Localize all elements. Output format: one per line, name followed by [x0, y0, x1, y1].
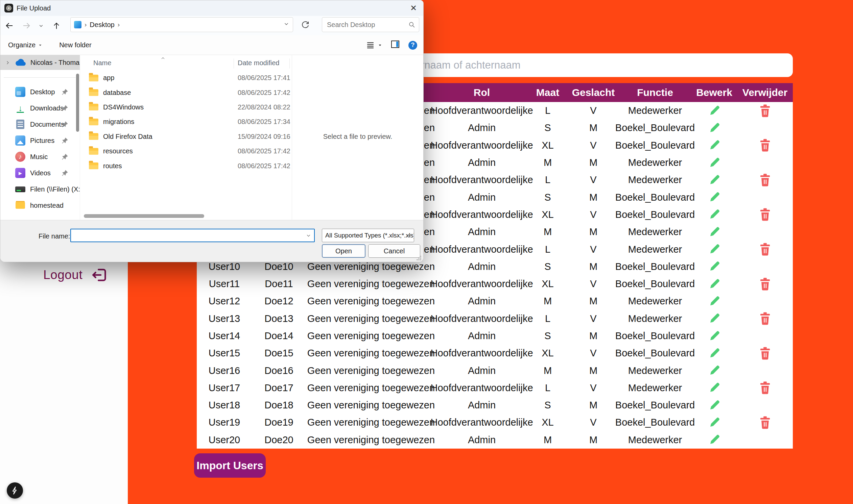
- delete-user-button[interactable]: [737, 173, 793, 187]
- dialog-sidebar-item-desktop[interactable]: Desktop: [0, 84, 80, 100]
- dialog-search-input[interactable]: [322, 18, 419, 32]
- edit-user-button[interactable]: [691, 364, 737, 377]
- resize-grip[interactable]: [416, 255, 422, 261]
- refresh-icon[interactable]: [299, 19, 311, 32]
- file-list-row-app[interactable]: app 08/06/2025 17:41: [80, 71, 292, 85]
- debug-lightning-button[interactable]: [7, 482, 23, 499]
- delete-user-button: [737, 433, 793, 447]
- file-name-input[interactable]: [71, 229, 314, 241]
- file-list-row-old-firefox-data[interactable]: Old Firefox Data 15/09/2024 09:16: [80, 129, 292, 144]
- delete-user-button[interactable]: [737, 242, 793, 256]
- edit-user-button[interactable]: [691, 157, 737, 169]
- back-icon[interactable]: [4, 21, 15, 31]
- delete-user-button[interactable]: [737, 104, 793, 118]
- file-list-row-resources[interactable]: resources 08/06/2025 17:42: [80, 144, 292, 158]
- edit-user-button[interactable]: [691, 330, 737, 342]
- cell-functie: Medewerker: [619, 295, 691, 307]
- edit-pencil-icon: [708, 399, 720, 411]
- new-folder-button[interactable]: New folder: [59, 41, 92, 49]
- file-list-row-ds4windows[interactable]: DS4Windows 22/08/2024 08:22: [80, 100, 292, 114]
- up-icon[interactable]: [51, 21, 62, 31]
- edit-user-button[interactable]: [691, 416, 737, 429]
- delete-user-button[interactable]: [737, 277, 793, 291]
- help-icon[interactable]: ?: [408, 41, 417, 50]
- dialog-sidebar-item-music[interactable]: Music: [0, 149, 80, 165]
- delete-user-button: [737, 399, 793, 412]
- cell-geslacht: V: [568, 417, 619, 428]
- breadcrumb-desktop[interactable]: Desktop: [90, 21, 114, 29]
- sidebar-scrollbar[interactable]: [76, 74, 79, 132]
- file-type-select[interactable]: All Supported Types (*.xlsx;*.xls): [322, 229, 414, 242]
- file-list-row-migrations[interactable]: migrations 08/06/2025 17:34: [80, 114, 292, 129]
- preview-pane-button[interactable]: [391, 40, 400, 50]
- edit-user-button[interactable]: [691, 139, 737, 151]
- edit-user-button[interactable]: [691, 174, 737, 186]
- column-header-date-modified[interactable]: Date modified: [238, 59, 279, 67]
- dialog-sidebar-item-documents[interactable]: Documents: [0, 116, 80, 132]
- dialog-sidebar-item-videos[interactable]: Videos: [0, 165, 80, 181]
- cancel-button[interactable]: Cancel: [368, 244, 420, 258]
- delete-user-button[interactable]: [737, 346, 793, 360]
- delete-user-button[interactable]: [737, 139, 793, 152]
- edit-user-button[interactable]: [691, 243, 737, 255]
- edit-user-button[interactable]: [691, 295, 737, 307]
- dialog-title-bar[interactable]: File Upload ✕: [0, 0, 423, 16]
- view-mode-button[interactable]: [366, 41, 382, 49]
- table-row-user18: User18 Doe18 Geen vereniging toegewezen …: [197, 397, 793, 414]
- horizontal-scrollbar[interactable]: [84, 214, 204, 218]
- edit-user-button[interactable]: [691, 312, 737, 325]
- edit-user-button[interactable]: [691, 260, 737, 273]
- dialog-sidebar-item-pictures[interactable]: Pictures: [0, 132, 80, 149]
- edit-user-button[interactable]: [691, 105, 737, 117]
- cell-geslacht: V: [568, 140, 619, 151]
- file-type-value: All Supported Types (*.xlsx;*.xls): [325, 232, 414, 239]
- edit-pencil-icon: [708, 330, 720, 342]
- cell-achternaam: Doe12: [252, 295, 306, 307]
- logout-button[interactable]: Logout: [43, 267, 107, 283]
- breadcrumb-chevron-icon: ›: [85, 21, 87, 29]
- dialog-sidebar-item-homestead[interactable]: homestead: [0, 197, 80, 214]
- column-divider[interactable]: [233, 58, 234, 69]
- folder-icon: [89, 148, 99, 155]
- cell-rol: Hoofdverantwoordelijke: [436, 382, 527, 394]
- dialog-sidebar-item-downloads[interactable]: Downloads: [0, 100, 80, 116]
- edit-user-button[interactable]: [691, 209, 737, 220]
- organize-button[interactable]: Organize: [8, 41, 42, 49]
- file-name: migrations: [103, 118, 134, 126]
- dialog-search-box[interactable]: [322, 17, 419, 32]
- edit-user-button[interactable]: [691, 191, 737, 203]
- cell-functie: Medewerker: [619, 365, 691, 376]
- delete-user-button[interactable]: [737, 208, 793, 221]
- forward-icon[interactable]: [21, 21, 32, 31]
- address-dropdown-icon[interactable]: [283, 21, 290, 29]
- trash-icon: [759, 139, 771, 152]
- edit-user-button[interactable]: [691, 278, 737, 290]
- logout-icon: [91, 267, 107, 283]
- file-list-row-database[interactable]: database 08/06/2025 17:42: [80, 85, 292, 100]
- cell-achternaam: Doe16: [252, 365, 306, 376]
- edit-user-button[interactable]: [691, 382, 737, 394]
- file-name-combobox[interactable]: [70, 229, 315, 242]
- cell-geslacht: M: [568, 434, 619, 446]
- column-divider[interactable]: [290, 58, 290, 69]
- dialog-sidebar-item-onedrive-user[interactable]: Nicolas - Thoma: [0, 55, 80, 70]
- import-users-button[interactable]: Import Users: [194, 453, 266, 478]
- dialog-sidebar-item-filen-filen-x[interactable]: Filen (\\Filen) (X:): [0, 181, 80, 197]
- delete-user-button[interactable]: [737, 416, 793, 429]
- open-button[interactable]: Open: [322, 244, 365, 258]
- edit-user-button[interactable]: [691, 122, 737, 134]
- file-list-row-routes[interactable]: routes 08/06/2025 17:42: [80, 158, 292, 173]
- cell-geslacht: M: [568, 330, 619, 342]
- close-icon[interactable]: ✕: [406, 0, 421, 16]
- delete-user-button[interactable]: [737, 312, 793, 325]
- edit-user-button[interactable]: [691, 347, 737, 359]
- edit-user-button[interactable]: [691, 434, 737, 446]
- edit-user-button[interactable]: [691, 399, 737, 411]
- delete-user-button[interactable]: [737, 381, 793, 395]
- edit-user-button[interactable]: [691, 226, 737, 238]
- address-bar[interactable]: › Desktop ›: [70, 17, 293, 32]
- column-header-name[interactable]: Name: [93, 59, 111, 67]
- recent-pages-chevron-icon[interactable]: [37, 21, 45, 31]
- cell-rol: Admin: [436, 434, 527, 446]
- chevron-down-icon[interactable]: [306, 232, 311, 240]
